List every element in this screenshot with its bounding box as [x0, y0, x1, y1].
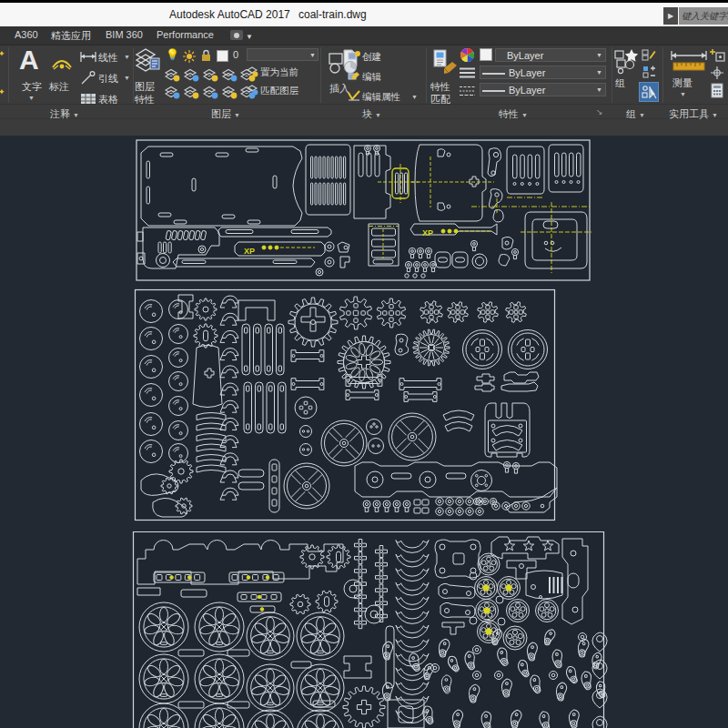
- svg-text:XP: XP: [422, 228, 433, 238]
- svg-text:XP: XP: [244, 247, 255, 256]
